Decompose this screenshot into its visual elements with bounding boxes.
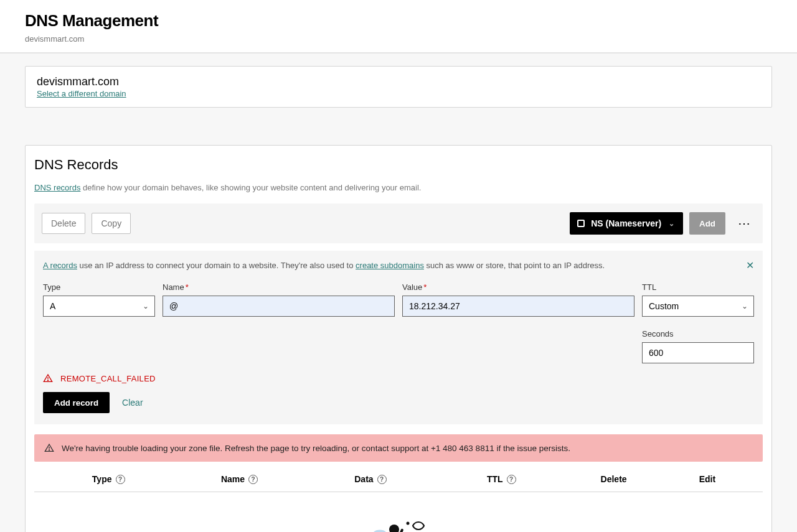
value-input[interactable] xyxy=(402,296,634,317)
svg-point-3 xyxy=(49,450,49,450)
th-name: Name? xyxy=(174,474,304,484)
type-label: Type xyxy=(43,282,155,292)
th-delete: Delete xyxy=(567,474,660,484)
clear-button[interactable]: Clear xyxy=(122,398,143,408)
help-icon[interactable]: ? xyxy=(507,475,516,484)
th-type: Type? xyxy=(43,474,174,484)
seconds-input[interactable] xyxy=(642,342,754,363)
page-subtitle-domain: devismmart.com xyxy=(25,34,772,44)
ttl-select[interactable]: Custom xyxy=(642,296,754,317)
create-subdomains-link[interactable]: create subdomains xyxy=(356,261,424,270)
select-different-domain-link[interactable]: Select a different domain xyxy=(37,89,126,98)
type-select[interactable]: A xyxy=(43,296,155,317)
page-header: DNS Management devismmart.com xyxy=(0,0,797,54)
help-icon[interactable]: ? xyxy=(248,475,258,484)
empty-state-illustration xyxy=(34,492,763,532)
name-label: Name* xyxy=(163,282,395,292)
close-icon[interactable]: ✕ xyxy=(746,259,754,271)
help-icon[interactable]: ? xyxy=(116,475,125,484)
a-records-link[interactable]: A records xyxy=(43,261,77,270)
add-record-button[interactable]: Add record xyxy=(43,392,110,413)
nameserver-dropdown[interactable]: NS (Nameserver) ⌄ xyxy=(570,212,683,235)
page-title: DNS Management xyxy=(25,11,772,30)
square-icon xyxy=(577,220,585,227)
th-edit: Edit xyxy=(661,474,754,484)
seconds-label: Seconds xyxy=(642,329,754,338)
a-record-info: A records use an IP address to connect y… xyxy=(34,251,763,280)
domain-card: devismmart.com Select a different domain xyxy=(25,66,772,108)
record-form: Type A ⌄ Name* Value* xyxy=(34,280,763,327)
records-table-header: Type? Name? Data? TTL? Delete Edit xyxy=(34,462,763,492)
th-ttl: TTL? xyxy=(436,474,567,484)
dns-records-description: DNS records define how your domain behav… xyxy=(34,183,763,192)
seconds-row: Seconds xyxy=(34,327,763,373)
copy-button[interactable]: Copy xyxy=(92,213,131,234)
name-input[interactable] xyxy=(163,296,395,317)
more-icon[interactable]: ⋯ xyxy=(734,216,755,231)
dns-records-link[interactable]: DNS records xyxy=(34,183,80,192)
current-domain: devismmart.com xyxy=(37,75,760,88)
svg-point-1 xyxy=(47,380,48,381)
chevron-down-icon: ⌄ xyxy=(669,220,674,228)
ttl-label: TTL xyxy=(642,282,754,292)
error-message: REMOTE_CALL_FAILED xyxy=(34,373,763,392)
svg-point-4 xyxy=(389,525,399,532)
nameserver-label: NS (Nameserver) xyxy=(591,218,661,228)
th-data: Data? xyxy=(305,474,436,484)
dns-records-card: DNS Records DNS records define how your … xyxy=(25,145,772,532)
svg-point-5 xyxy=(407,522,410,525)
help-icon[interactable]: ? xyxy=(377,475,387,484)
delete-button[interactable]: Delete xyxy=(42,213,85,234)
warning-icon xyxy=(43,373,53,383)
form-actions: Add record Clear xyxy=(34,392,763,424)
dns-records-title: DNS Records xyxy=(34,157,763,183)
records-toolbar: Delete Copy NS (Nameserver) ⌄ Add ⋯ xyxy=(34,203,763,243)
warning-icon xyxy=(44,443,54,453)
zone-file-alert: We're having trouble loading your zone f… xyxy=(34,434,763,462)
value-label: Value* xyxy=(402,282,634,292)
add-button[interactable]: Add xyxy=(689,212,725,235)
